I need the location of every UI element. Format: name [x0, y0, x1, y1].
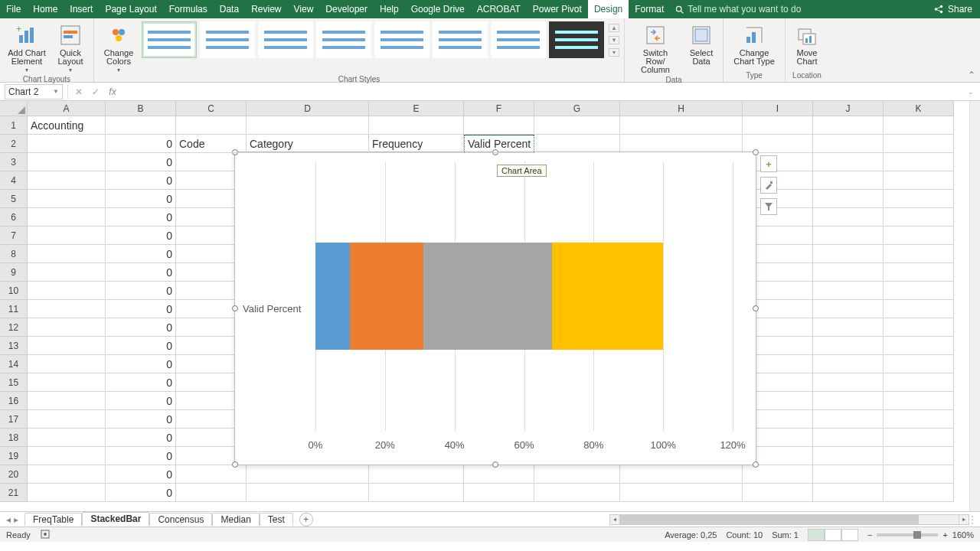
cell[interactable] [813, 282, 884, 300]
cell[interactable] [813, 447, 884, 465]
cell[interactable] [28, 465, 106, 484]
sheet-nav-prev-icon[interactable]: ◂ [6, 514, 11, 525]
styles-more-icon[interactable]: ▾ [609, 48, 619, 57]
cell[interactable]: 0 [106, 337, 176, 355]
cell[interactable]: 0 [106, 465, 176, 484]
cell[interactable] [176, 116, 247, 135]
cell[interactable] [28, 282, 106, 300]
styles-up-icon[interactable]: ▲ [609, 24, 619, 32]
cell[interactable]: 0 [106, 355, 176, 373]
cell[interactable] [813, 318, 884, 337]
col-header-A[interactable]: A [28, 101, 106, 116]
zoom-in-button[interactable]: + [942, 530, 947, 540]
cell[interactable] [106, 116, 176, 135]
cell[interactable] [28, 190, 106, 208]
tab-powerpivot[interactable]: Power Pivot [527, 0, 588, 18]
cell[interactable] [464, 465, 534, 484]
cell[interactable] [28, 410, 106, 429]
row-header[interactable]: 14 [0, 355, 28, 373]
cell[interactable] [884, 245, 954, 263]
cell[interactable] [813, 245, 884, 263]
cell[interactable] [743, 465, 813, 484]
cell[interactable]: 0 [106, 208, 176, 227]
row-header[interactable]: 3 [0, 153, 28, 171]
cell[interactable] [534, 465, 620, 484]
insert-function-icon[interactable]: fx [106, 86, 119, 97]
cell[interactable] [813, 410, 884, 429]
col-header-F[interactable]: F [464, 101, 534, 116]
tab-review[interactable]: Review [245, 0, 287, 18]
resize-handle[interactable] [232, 461, 238, 468]
cell[interactable] [176, 484, 247, 502]
tab-developer[interactable]: Developer [319, 0, 374, 18]
sheet-nav-next-icon[interactable]: ▸ [14, 514, 18, 525]
chart-style-7[interactable] [491, 21, 546, 58]
change-chart-type-button[interactable]: Change Chart Type [728, 21, 780, 67]
row-header[interactable]: 6 [0, 208, 28, 227]
scroll-right-icon[interactable]: ▸ [959, 514, 969, 525]
change-colors-button[interactable]: Change Colors ▾ [99, 21, 139, 75]
chart-elements-button[interactable]: + [760, 155, 777, 172]
col-header-D[interactable]: D [247, 101, 369, 116]
styles-down-icon[interactable]: ▼ [609, 36, 619, 44]
cell[interactable] [813, 429, 884, 447]
plot-area[interactable]: 0%20%40%60%80%100%120% [315, 161, 733, 431]
zoom-slider[interactable] [877, 533, 938, 536]
cell[interactable] [813, 190, 884, 208]
cell[interactable] [743, 116, 813, 135]
cell[interactable]: 0 [106, 135, 176, 153]
cell[interactable]: 0 [106, 484, 176, 502]
cell[interactable] [884, 429, 954, 447]
cell[interactable] [884, 282, 954, 300]
sheet-tab-test[interactable]: Test [260, 513, 293, 526]
cell[interactable] [28, 208, 106, 227]
cell[interactable] [28, 392, 106, 410]
cell[interactable] [369, 116, 464, 135]
tell-me[interactable]: Tell me what you want to do [675, 4, 801, 15]
tab-view[interactable]: View [288, 0, 320, 18]
cell[interactable] [620, 135, 743, 153]
cell[interactable] [464, 116, 534, 135]
cancel-formula-icon[interactable]: ✕ [73, 86, 85, 97]
cell[interactable] [28, 227, 106, 245]
tab-pagelayout[interactable]: Page Layout [99, 0, 162, 18]
cell[interactable] [28, 447, 106, 465]
cell[interactable] [884, 171, 954, 190]
cell[interactable] [247, 484, 369, 502]
cell[interactable] [464, 484, 534, 502]
cell[interactable] [28, 318, 106, 337]
chart-style-3[interactable] [258, 21, 313, 58]
cell[interactable] [884, 263, 954, 282]
add-chart-element-button[interactable]: + Add Chart Element ▾ [5, 21, 49, 75]
sheet-tab-concensus[interactable]: Concensus [149, 513, 212, 526]
cell[interactable]: Category [247, 135, 369, 153]
chart-style-4[interactable] [316, 21, 371, 58]
cell[interactable] [813, 465, 884, 484]
cell[interactable] [369, 484, 464, 502]
cell[interactable] [247, 465, 369, 484]
cell[interactable] [884, 208, 954, 227]
tab-acrobat[interactable]: ACROBAT [471, 0, 527, 18]
cell[interactable]: 0 [106, 373, 176, 392]
cell[interactable] [884, 153, 954, 171]
cell[interactable] [534, 484, 620, 502]
view-pagebreak-button[interactable] [841, 529, 858, 541]
cell[interactable] [28, 337, 106, 355]
row-header[interactable]: 11 [0, 300, 28, 318]
cell[interactable] [813, 373, 884, 392]
share-button[interactable]: Share [933, 4, 972, 15]
cell[interactable] [620, 116, 743, 135]
row-header[interactable]: 7 [0, 227, 28, 245]
row-header[interactable]: 13 [0, 337, 28, 355]
cell[interactable]: 0 [106, 245, 176, 263]
cell[interactable]: Valid Percent [464, 135, 534, 153]
chart-filters-button[interactable] [760, 198, 777, 215]
col-header-E[interactable]: E [369, 101, 464, 116]
cell[interactable] [813, 171, 884, 190]
tab-format[interactable]: Format [629, 0, 670, 18]
cell[interactable] [28, 429, 106, 447]
row-header[interactable]: 1 [0, 116, 28, 135]
bar-segment[interactable] [552, 243, 663, 350]
cell[interactable]: 0 [106, 153, 176, 171]
chart-style-2[interactable] [200, 21, 255, 58]
